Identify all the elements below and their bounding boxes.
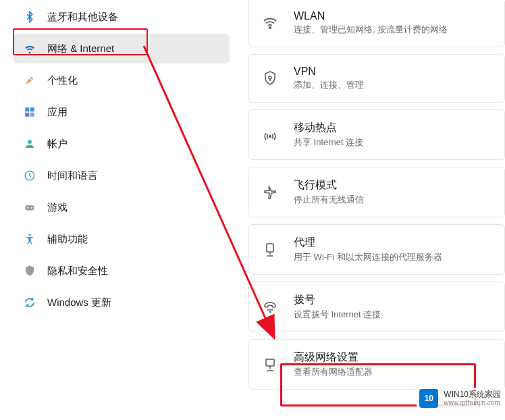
svg-rect-14 bbox=[266, 359, 274, 366]
card-title: VPN bbox=[294, 65, 364, 78]
svg-rect-13 bbox=[267, 244, 273, 252]
accessibility-icon bbox=[23, 232, 36, 246]
sidebar-item-label: 个性化 bbox=[47, 74, 78, 87]
sidebar-item-label: 辅助功能 bbox=[47, 233, 88, 246]
card-subtitle: 停止所有无线通信 bbox=[294, 194, 364, 206]
card-title: 高级网络设置 bbox=[294, 350, 373, 365]
wifi-icon bbox=[23, 42, 36, 55]
sidebar-item-label: 时间和语言 bbox=[47, 169, 98, 182]
setting-card-dial[interactable]: 拨号 设置拨号 Internet 连接 bbox=[248, 282, 505, 332]
setting-card-advanced[interactable]: 高级网络设置 查看所有网络适配器 bbox=[248, 339, 505, 390]
svg-point-10 bbox=[269, 27, 271, 28]
update-icon bbox=[23, 296, 36, 309]
sidebar-item-label: 隐私和安全性 bbox=[47, 265, 108, 278]
svg-rect-6 bbox=[25, 205, 34, 211]
setting-card-vpn[interactable]: VPN 添加、连接、管理 bbox=[248, 54, 505, 103]
ethernet-icon bbox=[261, 356, 279, 373]
card-subtitle: 添加、连接、管理 bbox=[294, 79, 364, 91]
svg-rect-1 bbox=[30, 107, 34, 111]
sidebar-item-accounts[interactable]: 帐户 bbox=[14, 129, 230, 159]
vpn-shield-icon bbox=[261, 70, 279, 87]
sidebar-item-personalize[interactable]: 个性化 bbox=[14, 65, 230, 95]
person-icon bbox=[23, 137, 36, 151]
sidebar-item-gaming[interactable]: 游戏 bbox=[14, 192, 230, 222]
gamepad-icon bbox=[23, 201, 36, 214]
card-title: 拨号 bbox=[294, 293, 381, 307]
setting-card-airplane[interactable]: 飞行模式 停止所有无线通信 bbox=[248, 167, 505, 217]
sidebar-item-label: 游戏 bbox=[47, 201, 68, 214]
sidebar: 蓝牙和其他设备 网络 & Internet 个性化 应用 帐户 bbox=[0, 0, 243, 420]
watermark-url: www.qdhuajin.com bbox=[444, 399, 501, 406]
svg-point-7 bbox=[27, 207, 28, 209]
card-title: 飞行模式 bbox=[294, 178, 364, 192]
svg-point-4 bbox=[28, 140, 32, 144]
sidebar-item-update[interactable]: Windows 更新 bbox=[14, 288, 230, 317]
card-title: WLAN bbox=[294, 10, 448, 22]
sidebar-item-label: 蓝牙和其他设备 bbox=[47, 11, 118, 24]
content-area: WLAN 连接、管理已知网络, 按流量计费的网络 VPN 添加、连接、管理 移动… bbox=[243, 0, 505, 420]
svg-point-12 bbox=[269, 135, 271, 136]
svg-point-9 bbox=[29, 234, 31, 236]
sidebar-item-label: 帐户 bbox=[47, 138, 68, 151]
sidebar-item-label: 网络 & Internet bbox=[47, 43, 114, 55]
wifi-icon bbox=[261, 14, 279, 32]
apps-icon bbox=[23, 105, 36, 119]
setting-card-wlan[interactable]: WLAN 连接、管理已知网络, 按流量计费的网络 bbox=[248, 0, 505, 47]
airplane-icon bbox=[261, 184, 279, 201]
brush-icon bbox=[23, 74, 36, 87]
sidebar-item-accessibility[interactable]: 辅助功能 bbox=[14, 224, 230, 254]
sidebar-item-label: 应用 bbox=[47, 106, 68, 119]
proxy-icon bbox=[261, 241, 279, 259]
shield-icon bbox=[23, 264, 36, 278]
time-icon bbox=[23, 169, 36, 182]
svg-rect-0 bbox=[25, 107, 29, 111]
setting-card-hotspot[interactable]: 移动热点 共享 Internet 连接 bbox=[248, 109, 505, 160]
card-subtitle: 连接、管理已知网络, 按流量计费的网络 bbox=[294, 24, 448, 36]
sidebar-item-privacy[interactable]: 隐私和安全性 bbox=[14, 256, 230, 286]
watermark: 10 WIN10系统家园 www.qdhuajin.com bbox=[417, 388, 504, 409]
svg-point-8 bbox=[31, 207, 32, 209]
svg-point-11 bbox=[269, 76, 271, 79]
sidebar-item-label: Windows 更新 bbox=[47, 296, 111, 309]
watermark-title: WIN10系统家园 bbox=[444, 390, 501, 399]
watermark-logo: 10 bbox=[419, 389, 438, 408]
svg-rect-3 bbox=[30, 113, 34, 117]
hotspot-icon bbox=[261, 126, 279, 144]
setting-card-proxy[interactable]: 代理 用于 Wi-Fi 和以太网连接的代理服务器 bbox=[248, 224, 505, 275]
card-subtitle: 查看所有网络适配器 bbox=[294, 366, 373, 378]
card-title: 移动热点 bbox=[294, 121, 363, 135]
card-subtitle: 用于 Wi-Fi 和以太网连接的代理服务器 bbox=[294, 251, 442, 263]
card-subtitle: 共享 Internet 连接 bbox=[294, 136, 363, 149]
card-subtitle: 设置拨号 Internet 连接 bbox=[294, 309, 381, 321]
bluetooth-icon bbox=[23, 10, 36, 24]
sidebar-item-network[interactable]: 网络 & Internet bbox=[14, 34, 230, 63]
sidebar-item-timelanguage[interactable]: 时间和语言 bbox=[14, 161, 230, 190]
sidebar-item-apps[interactable]: 应用 bbox=[14, 97, 230, 127]
dial-icon bbox=[261, 298, 279, 316]
card-title: 代理 bbox=[294, 236, 442, 250]
sidebar-item-bluetooth[interactable]: 蓝牙和其他设备 bbox=[14, 2, 230, 32]
svg-rect-2 bbox=[25, 113, 29, 117]
